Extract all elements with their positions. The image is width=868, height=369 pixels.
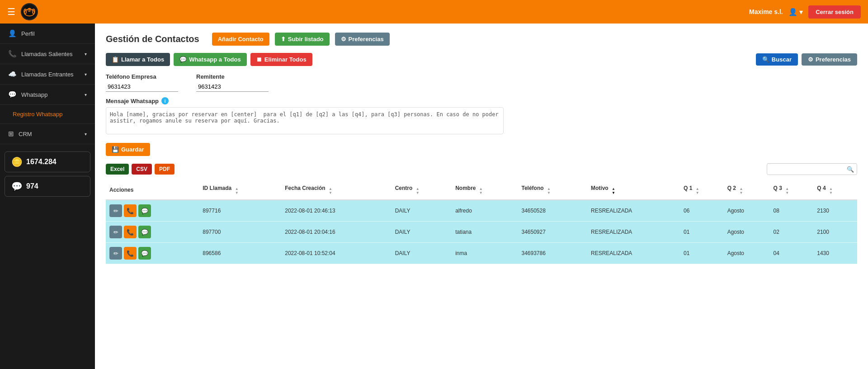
perfil-icon: 👤 (8, 29, 17, 38)
sidebar-item-perfil[interactable]: 👤 Perfil (0, 24, 95, 44)
col-centro[interactable]: Centro ▲▼ (392, 180, 452, 200)
row-fecha-creacion: 2022-08-01 20:46:13 (281, 200, 391, 222)
pdf-button[interactable]: PDF (155, 164, 175, 175)
row-telefono: 34650927 (518, 222, 587, 243)
guardar-button[interactable]: 💾 Guardar (106, 143, 150, 156)
whatsapp-all-button[interactable]: 💬 Whatsapp a Todos (174, 53, 247, 66)
sidebar: 👤 Perfil 📞 Llamadas Salientes ▾ ☁️ Llama… (0, 24, 95, 369)
row-actions: ✏ 📞 💬 (106, 200, 199, 222)
upload-list-button[interactable]: ⬆ Subir listado (275, 33, 330, 46)
page-title: Gestión de Contactos (106, 34, 199, 44)
whatsapp-button[interactable]: 💬 (138, 204, 151, 217)
col-q1[interactable]: Q 1 ▲▼ (680, 180, 724, 200)
row-q1: 01 (680, 222, 724, 243)
col-motivo[interactable]: Motivo ▲▼ (587, 180, 680, 200)
sidebar-item-label: Perfil (21, 30, 35, 37)
save-row: 💾 Guardar (106, 143, 857, 156)
buscar-button[interactable]: 🔍 Buscar (756, 53, 798, 66)
row-q2: Agosto (724, 200, 770, 222)
topnav-left: ☰ AV (7, 3, 38, 20)
sidebar-item-llamadas-salientes[interactable]: 📞 Llamadas Salientes ▾ (0, 44, 95, 64)
col-fecha-creacion[interactable]: Fecha Creación ▲▼ (281, 180, 391, 200)
call-button[interactable]: 📞 (124, 226, 137, 238)
edit-button[interactable]: ✏ (109, 204, 122, 217)
excel-button[interactable]: Excel (106, 164, 129, 175)
row-centro: DAILY (392, 200, 452, 222)
row-id-llamada: 897716 (199, 200, 281, 222)
sidebar-item-llamadas-entrantes[interactable]: ☁️ Llamadas Entrantes ▾ (0, 64, 95, 85)
llamadas-salientes-icon: 📞 (8, 50, 17, 58)
col-q3[interactable]: Q 3 ▲▼ (770, 180, 814, 200)
remitente-input[interactable] (196, 82, 269, 92)
col-id-llamada[interactable]: ID Llamada ▲▼ (199, 180, 281, 200)
whatsapp-count-icon: 💬 (11, 181, 23, 192)
hamburger-menu[interactable]: ☰ (7, 6, 15, 17)
row-q2: Agosto (724, 222, 770, 243)
page-header: Gestión de Contactos Añadir Contacto ⬆ S… (106, 33, 857, 46)
table-header-row: Acciones ID Llamada ▲▼ Fecha Creación ▲▼… (106, 180, 857, 200)
contact-form: Teléfono Empresa Remitente Mensaje Whats… (106, 73, 857, 136)
col-nombre[interactable]: Nombre ▲▼ (452, 180, 518, 200)
add-contact-button[interactable]: Añadir Contacto (212, 33, 269, 46)
gear-icon-right: ⚙ (808, 56, 813, 63)
svg-text:AV: AV (28, 9, 31, 12)
delete-all-button[interactable]: ⏹ Eliminar Todos (250, 53, 312, 66)
form-row-phones: Teléfono Empresa Remitente (106, 73, 857, 92)
col-telefono[interactable]: Teléfono ▲▼ (518, 180, 587, 200)
crm-icon: ⊞ (8, 130, 14, 138)
telefono-empresa-input[interactable] (106, 82, 178, 92)
call-button[interactable]: 📞 (124, 247, 137, 260)
sidebar-item-label: CRM (19, 131, 32, 137)
row-motivo: RESREALIZADA (587, 222, 680, 243)
row-actions: ✏ 📞 💬 (106, 222, 199, 243)
call-button[interactable]: 📞 (124, 204, 137, 217)
sidebar-item-whatsapp[interactable]: 💬 Whatsapp ▾ (0, 85, 95, 105)
top-navigation: ☰ AV Maxime s.l. 👤 ▾ Cerrar sesión (0, 0, 868, 24)
row-actions: ✏ 📞 💬 (106, 243, 199, 264)
mensaje-label-row: Mensaje Whatsapp i (106, 97, 857, 104)
row-centro: DAILY (392, 243, 452, 264)
row-motivo: RESREALIZADA (587, 243, 680, 264)
preferences-button-right[interactable]: ⚙ Preferencias (802, 53, 857, 66)
chevron-down-icon: ▾ (85, 72, 87, 77)
row-telefono: 34650528 (518, 200, 587, 222)
right-header-buttons: 🔍 Buscar ⚙ Preferencias (756, 53, 857, 66)
col-acciones: Acciones (106, 180, 199, 200)
row-nombre: alfredo (452, 200, 518, 222)
csv-button[interactable]: CSV (132, 164, 152, 175)
chevron-down-icon: ▾ (85, 92, 87, 97)
sidebar-item-crm[interactable]: ⊞ CRM ▾ (0, 124, 95, 144)
table-row: ✏ 📞 💬 897716 2022-08-01 20:46:13 DAILY a… (106, 200, 857, 222)
search-icon: 🔍 (762, 56, 769, 63)
table-row: ✏ 📞 💬 896586 2022-08-01 10:52:04 DAILY i… (106, 243, 857, 264)
col-q4[interactable]: Q 4 ▲▼ (813, 180, 857, 200)
row-id-llamada: 897700 (199, 222, 281, 243)
llamadas-entrantes-icon: ☁️ (8, 70, 17, 78)
table-row: ✏ 📞 💬 897700 2022-08-01 20:04:16 DAILY t… (106, 222, 857, 243)
edit-button[interactable]: ✏ (109, 247, 122, 260)
mensaje-whatsapp-textarea[interactable]: Hola [name], gracias por reservar en [ce… (106, 107, 504, 134)
coins-icon: 🪙 (11, 156, 23, 167)
row-id-llamada: 896586 (199, 243, 281, 264)
call-all-button[interactable]: 📋 Llamar a Todos (106, 53, 170, 66)
whatsapp-button[interactable]: 💬 (138, 226, 151, 238)
cerrar-session-button[interactable]: Cerrar sesión (808, 5, 861, 19)
logo: AV (21, 3, 38, 20)
whatsapp-button[interactable]: 💬 (138, 247, 151, 260)
contacts-table-wrapper: Acciones ID Llamada ▲▼ Fecha Creación ▲▼… (106, 180, 857, 264)
search-input[interactable] (767, 163, 857, 175)
preferences-button-top[interactable]: ⚙ Preferencias (335, 33, 390, 46)
contacts-table: Acciones ID Llamada ▲▼ Fecha Creación ▲▼… (106, 180, 857, 264)
row-q4: 2130 (813, 200, 857, 222)
gear-icon: ⚙ (341, 36, 346, 43)
telefono-empresa-label: Teléfono Empresa (106, 73, 178, 80)
col-q2[interactable]: Q 2 ▲▼ (724, 180, 770, 200)
row-centro: DAILY (392, 222, 452, 243)
table-search-box: 🔍 (767, 163, 857, 175)
chevron-down-icon: ▾ (85, 52, 87, 57)
sidebar-item-label: Llamadas Salientes (21, 51, 72, 57)
main-layout: 👤 Perfil 📞 Llamadas Salientes ▾ ☁️ Llama… (0, 24, 868, 369)
sidebar-item-registro-whatsapp[interactable]: Registro Whatsapp (0, 105, 95, 124)
edit-button[interactable]: ✏ (109, 226, 122, 238)
row-nombre: inma (452, 243, 518, 264)
